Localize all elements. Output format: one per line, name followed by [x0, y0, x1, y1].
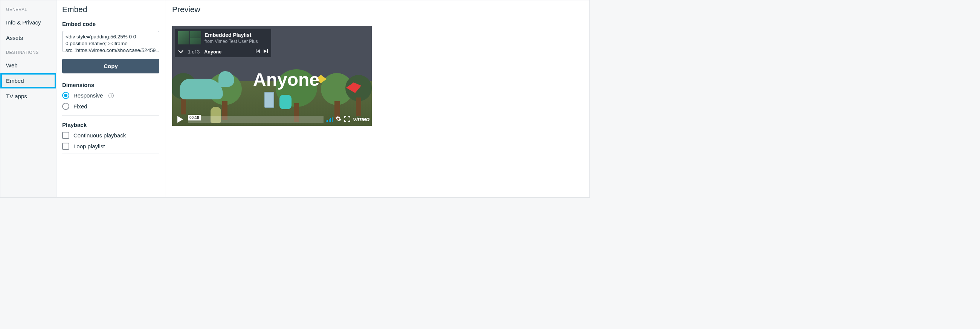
playlist-header: Embedded Playlist from Vimeo Test User P…	[175, 29, 271, 57]
fullscreen-icon[interactable]	[344, 116, 350, 123]
video-overlay-title: Anyone	[253, 69, 320, 90]
radio-fixed-label: Fixed	[73, 103, 88, 110]
vimeo-logo[interactable]: vimeo	[353, 116, 369, 123]
playlist-from: from Vimeo Test User Plus	[205, 39, 258, 44]
playlist-thumbnails	[178, 31, 201, 45]
gear-icon[interactable]	[335, 116, 342, 124]
preview-title: Preview	[172, 5, 583, 14]
checkbox-continuous-label: Continuous playback	[73, 132, 126, 138]
player-controls: 00:10 vimeo	[172, 113, 372, 126]
sidebar-heading-general: GENERAL	[0, 5, 56, 15]
divider	[62, 115, 159, 116]
sidebar-item-web[interactable]: Web	[0, 57, 56, 73]
playlist-current-title: Anyone	[204, 49, 251, 55]
checkbox-loop-row[interactable]: Loop playlist	[62, 143, 159, 150]
sidebar-item-tv-apps[interactable]: TV apps	[0, 89, 56, 104]
playlist-title: Embedded Playlist	[205, 32, 258, 38]
sidebar-item-embed[interactable]: Embed	[0, 73, 56, 89]
progress-bar[interactable]: 00:10	[188, 116, 323, 123]
sidebar-heading-destinations: DESTINATIONS	[0, 48, 56, 57]
info-icon[interactable]: i	[108, 93, 114, 98]
embed-panel: Embed Embed code <div style='padding:56.…	[56, 0, 165, 197]
radio-responsive-row[interactable]: Responsive i	[62, 92, 159, 99]
checkbox-continuous-row[interactable]: Continuous playback	[62, 132, 159, 139]
checkbox-continuous[interactable]	[62, 132, 69, 139]
playlist-prev-icon[interactable]	[256, 49, 260, 55]
radio-responsive[interactable]	[62, 92, 69, 99]
embed-code-textarea[interactable]: <div style='padding:56.25% 0 0 0;positio…	[62, 31, 159, 52]
playback-label: Playback	[62, 122, 159, 128]
divider	[62, 154, 159, 154]
time-badge: 00:10	[188, 115, 201, 121]
play-icon[interactable]	[174, 115, 186, 124]
sidebar: GENERAL Info & Privacy Assets DESTINATIO…	[0, 0, 56, 197]
svg-rect-0	[256, 49, 256, 53]
app-layout: GENERAL Info & Privacy Assets DESTINATIO…	[0, 0, 589, 197]
checkbox-loop-label: Loop playlist	[73, 143, 105, 149]
video-player[interactable]: Anyone Embedded Playlist from Vimeo Test…	[172, 26, 372, 126]
checkbox-loop[interactable]	[62, 143, 69, 150]
playlist-count: 1 of 3	[188, 49, 200, 55]
playlist-next-icon[interactable]	[263, 49, 268, 55]
dimensions-label: Dimensions	[62, 82, 159, 88]
svg-rect-1	[267, 49, 268, 53]
sidebar-item-assets[interactable]: Assets	[0, 30, 56, 46]
embed-code-label: Embed code	[62, 21, 159, 27]
copy-button[interactable]: Copy	[62, 59, 159, 73]
radio-fixed-row[interactable]: Fixed	[62, 103, 159, 110]
preview-panel: Preview Anyone	[165, 0, 589, 197]
panel-title: Embed	[62, 5, 159, 14]
chevron-down-icon[interactable]	[178, 49, 183, 55]
radio-responsive-label: Responsive	[73, 92, 103, 99]
sidebar-item-info-privacy[interactable]: Info & Privacy	[0, 15, 56, 30]
radio-fixed[interactable]	[62, 103, 69, 110]
volume-icon[interactable]	[326, 117, 333, 122]
